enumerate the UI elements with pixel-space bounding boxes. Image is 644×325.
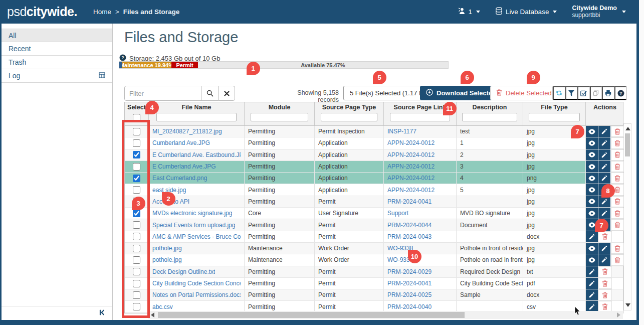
delete-selected-button[interactable]: Delete Selected [490, 86, 558, 100]
source-page-link[interactable]: Support [387, 210, 408, 217]
row-checkbox[interactable] [133, 163, 140, 171]
row-delete-button[interactable] [598, 278, 611, 289]
file-name-filter-input[interactable] [156, 113, 237, 121]
source-page-link[interactable]: WO-9337 [387, 256, 413, 263]
row-view-button[interactable] [586, 254, 598, 265]
sidebar-item-trash[interactable]: Trash [2, 56, 112, 69]
table-row[interactable]: Deck Design Outline.txtPermittingPermitP… [125, 266, 623, 278]
file-name-link[interactable]: MVDs electronic signature.jpg [152, 210, 232, 217]
row-edit-button[interactable] [598, 243, 611, 254]
row-delete-button[interactable] [598, 266, 611, 277]
row-edit-button[interactable] [586, 231, 598, 242]
row-checkbox[interactable] [133, 245, 140, 252]
source-page-link[interactable]: APPN-2024-0012 [387, 151, 435, 158]
users-online-menu[interactable]: 1 [458, 7, 481, 16]
clear-filter-button[interactable] [218, 86, 235, 101]
vertical-scrollbar[interactable] [623, 123, 631, 310]
search-button[interactable] [201, 86, 218, 101]
file-type-filter-input[interactable] [529, 113, 580, 121]
source-page-type-filter-input[interactable] [321, 113, 378, 121]
row-view-button[interactable] [586, 161, 598, 172]
refresh-icon[interactable] [553, 86, 565, 100]
horizontal-scrollbar[interactable] [148, 311, 623, 319]
row-view-button[interactable] [586, 126, 598, 137]
source-page-link[interactable]: PRM-2024-0043 [387, 233, 432, 240]
database-menu[interactable]: Live Database [495, 7, 557, 17]
table-row[interactable]: Cumberland Ave.JPGPermittingApplicationA… [125, 137, 623, 149]
source-page-link[interactable]: PRM-2024-0041 [387, 198, 432, 205]
row-checkbox[interactable] [133, 256, 140, 264]
row-edit-button[interactable] [598, 196, 611, 207]
row-delete-button[interactable] [611, 184, 624, 195]
sidebar-item-all[interactable]: All [2, 29, 112, 42]
table-row[interactable]: AMC & AMP Services - Bruce County...Perm… [125, 231, 623, 243]
file-name-link[interactable]: east side.jpg [152, 187, 186, 194]
row-view-button[interactable] [586, 184, 598, 195]
print-icon[interactable] [602, 86, 614, 100]
row-checkbox[interactable] [133, 151, 140, 158]
table-row[interactable]: East Cumerland.pngPermittingApplicationA… [125, 173, 623, 184]
scroll-right-icon[interactable] [617, 312, 620, 317]
row-delete-button[interactable] [598, 231, 611, 242]
row-edit-button[interactable] [598, 219, 611, 230]
row-delete-button[interactable] [611, 208, 624, 219]
filter-input[interactable] [124, 86, 201, 101]
row-delete-button[interactable] [611, 137, 624, 148]
row-delete-button[interactable] [611, 161, 624, 172]
source-page-link-filter-input[interactable] [390, 113, 450, 121]
row-view-button[interactable] [586, 137, 598, 148]
source-page-link[interactable]: PRM-2024-0025 [387, 291, 432, 298]
breadcrumb-home-link[interactable]: Home [93, 8, 111, 16]
vertical-scroll-thumb[interactable] [625, 133, 630, 156]
source-page-link[interactable]: PRM-2024-0029 [387, 268, 432, 275]
check-square-icon[interactable] [577, 86, 590, 100]
table-row[interactable]: east side.jpgPermittingApplicationAPPN-2… [125, 184, 623, 196]
row-checkbox[interactable] [133, 303, 140, 310]
row-delete-button[interactable] [611, 254, 624, 265]
row-checkbox[interactable] [133, 291, 140, 299]
row-edit-button[interactable] [598, 126, 611, 137]
row-delete-button[interactable] [611, 243, 624, 254]
row-edit-button[interactable] [598, 208, 611, 219]
row-edit-button[interactable] [598, 184, 611, 195]
file-name-link[interactable]: Cumberland Ave.JPG [152, 139, 210, 146]
file-name-link[interactable]: City Building Code Section Concerni... [152, 280, 241, 287]
table-row[interactable]: City Building Code Section Concerni...Pe… [125, 278, 623, 289]
source-page-link[interactable]: PRM-2024-0040 [387, 303, 432, 310]
account-menu[interactable]: Citywide Demo supportbbi [572, 5, 626, 19]
row-edit-button[interactable] [598, 254, 611, 265]
row-checkbox[interactable] [133, 198, 140, 205]
row-checkbox[interactable] [133, 233, 140, 240]
row-delete-button[interactable] [611, 149, 624, 160]
source-page-link[interactable]: APPN-2024-0012 [387, 175, 435, 182]
row-edit-button[interactable] [586, 278, 598, 289]
source-page-link[interactable]: APPN-2024-0012 [387, 139, 435, 146]
table-row[interactable]: Access to APIPermittingPermitPRM-2024-00… [125, 196, 623, 208]
copy-icon[interactable] [590, 86, 602, 100]
row-checkbox[interactable] [133, 139, 140, 147]
file-name-link[interactable]: pothole.jpg [152, 245, 182, 252]
row-checkbox[interactable] [133, 280, 140, 287]
row-checkbox[interactable] [133, 175, 140, 182]
psdcitywide-logo[interactable]: psdcitywide. [7, 5, 77, 19]
row-view-button[interactable] [586, 173, 598, 184]
file-name-link[interactable]: MI_20240827_211812.jpg [152, 128, 222, 135]
row-delete-button[interactable] [611, 173, 624, 184]
file-name-link[interactable]: abc.csv [152, 303, 173, 310]
file-name-link[interactable]: E Cumberland Ave.JPG [152, 163, 216, 170]
table-row[interactable]: pothole.jpgMaintenanceWork OrderWO-9337P… [125, 254, 623, 266]
filter-icon[interactable] [565, 86, 578, 100]
sidebar-item-log[interactable]: Log [2, 69, 112, 83]
row-checkbox[interactable] [133, 221, 140, 229]
scroll-down-icon[interactable] [625, 303, 630, 307]
file-name-link[interactable]: pothole.jpg [152, 256, 182, 263]
file-name-link[interactable]: E Cumberland Ave. Eastbound.JPG [152, 151, 241, 158]
help-icon[interactable]: ? [614, 86, 627, 100]
row-edit-button[interactable] [598, 161, 611, 172]
table-row[interactable]: MVDs electronic signature.jpgCoreUser Si… [125, 208, 623, 219]
row-delete-button[interactable] [611, 219, 624, 230]
row-edit-button[interactable] [598, 149, 611, 160]
row-checkbox[interactable] [133, 268, 140, 275]
row-edit-button[interactable] [586, 289, 598, 300]
scroll-up-icon[interactable] [625, 127, 630, 130]
